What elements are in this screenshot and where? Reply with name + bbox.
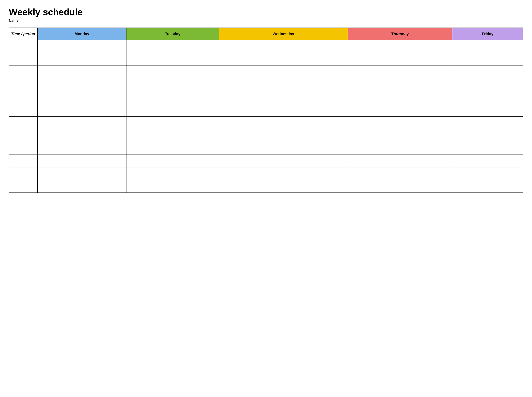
monday-cell[interactable] [37,66,126,78]
thursday-cell[interactable] [348,180,452,193]
thursday-cell[interactable] [348,142,452,155]
table-row [9,53,523,66]
wednesday-cell[interactable] [219,116,348,129]
friday-cell[interactable] [452,78,523,91]
time-period-header: Time / period [9,28,37,40]
friday-cell[interactable] [452,167,523,180]
table-row [9,167,523,180]
time-cell[interactable] [9,155,37,167]
monday-cell[interactable] [37,78,126,91]
tuesday-header: Tuesday [126,28,219,40]
time-cell[interactable] [9,104,37,116]
monday-cell[interactable] [37,104,126,116]
tuesday-cell[interactable] [126,40,219,53]
wednesday-cell[interactable] [219,91,348,104]
wednesday-cell[interactable] [219,180,348,193]
time-cell[interactable] [9,78,37,91]
table-row [9,66,523,78]
friday-cell[interactable] [452,155,523,167]
friday-cell[interactable] [452,116,523,129]
table-row [9,116,523,129]
time-cell[interactable] [9,142,37,155]
table-row [9,78,523,91]
tuesday-cell[interactable] [126,53,219,66]
thursday-cell[interactable] [348,167,452,180]
tuesday-cell[interactable] [126,78,219,91]
wednesday-cell[interactable] [219,129,348,142]
monday-cell[interactable] [37,142,126,155]
monday-cell[interactable] [37,116,126,129]
friday-cell[interactable] [452,104,523,116]
wednesday-cell[interactable] [219,104,348,116]
time-cell[interactable] [9,180,37,193]
thursday-cell[interactable] [348,116,452,129]
monday-cell[interactable] [37,180,126,193]
monday-header: Monday [37,28,126,40]
weekly-schedule-table: Time / period Monday Tuesday Wednesday T… [9,28,523,193]
tuesday-cell[interactable] [126,155,219,167]
tuesday-cell[interactable] [126,116,219,129]
thursday-cell[interactable] [348,129,452,142]
friday-cell[interactable] [452,40,523,53]
monday-cell[interactable] [37,129,126,142]
time-cell[interactable] [9,116,37,129]
page-title: Weekly schedule [9,7,523,17]
tuesday-cell[interactable] [126,142,219,155]
table-row [9,40,523,53]
thursday-cell[interactable] [348,104,452,116]
thursday-cell[interactable] [348,53,452,66]
monday-cell[interactable] [37,167,126,180]
time-cell[interactable] [9,91,37,104]
wednesday-cell[interactable] [219,155,348,167]
wednesday-cell[interactable] [219,66,348,78]
thursday-header: Thursday [348,28,452,40]
tuesday-cell[interactable] [126,91,219,104]
wednesday-cell[interactable] [219,167,348,180]
time-cell[interactable] [9,167,37,180]
friday-cell[interactable] [452,53,523,66]
friday-cell[interactable] [452,91,523,104]
thursday-cell[interactable] [348,155,452,167]
table-row [9,142,523,155]
table-row [9,180,523,193]
friday-cell[interactable] [452,142,523,155]
thursday-cell[interactable] [348,66,452,78]
wednesday-cell[interactable] [219,142,348,155]
time-cell[interactable] [9,129,37,142]
monday-cell[interactable] [37,91,126,104]
monday-cell[interactable] [37,40,126,53]
time-cell[interactable] [9,40,37,53]
monday-cell[interactable] [37,155,126,167]
time-cell[interactable] [9,53,37,66]
time-cell[interactable] [9,66,37,78]
friday-cell[interactable] [452,66,523,78]
thursday-cell[interactable] [348,78,452,91]
tuesday-cell[interactable] [126,104,219,116]
tuesday-cell[interactable] [126,66,219,78]
thursday-cell[interactable] [348,91,452,104]
tuesday-cell[interactable] [126,167,219,180]
table-row [9,129,523,142]
wednesday-cell[interactable] [219,40,348,53]
wednesday-cell[interactable] [219,78,348,91]
thursday-cell[interactable] [348,40,452,53]
tuesday-cell[interactable] [126,129,219,142]
tuesday-cell[interactable] [126,180,219,193]
table-row [9,155,523,167]
header-row: Time / period Monday Tuesday Wednesday T… [9,28,523,40]
name-label: Name: [9,19,523,23]
friday-cell[interactable] [452,129,523,142]
table-row [9,104,523,116]
monday-cell[interactable] [37,53,126,66]
friday-cell[interactable] [452,180,523,193]
wednesday-cell[interactable] [219,53,348,66]
wednesday-header: Wednesday [219,28,348,40]
table-row [9,91,523,104]
friday-header: Friday [452,28,523,40]
